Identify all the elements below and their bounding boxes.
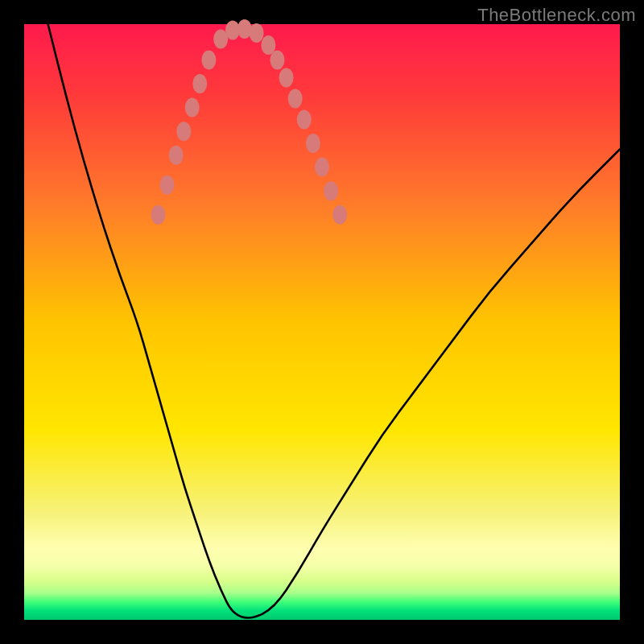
bottleneck-curve	[48, 24, 620, 618]
highlight-dot	[201, 50, 216, 69]
highlight-dot	[288, 89, 303, 109]
plot-area	[24, 24, 620, 620]
chart-frame: TheBottleneck.com	[0, 0, 644, 644]
highlight-dot	[332, 205, 347, 225]
highlight-dot	[297, 109, 312, 129]
highlight-dot	[151, 205, 166, 225]
highlight-dot	[250, 23, 264, 43]
highlight-dot	[324, 181, 338, 200]
highlight-dot	[169, 146, 184, 165]
highlight-dot	[315, 158, 329, 177]
highlight-dots	[151, 19, 348, 225]
highlight-dot	[192, 74, 207, 93]
highlight-dot	[306, 134, 320, 153]
highlight-dot	[176, 122, 191, 141]
highlight-dot	[270, 50, 285, 69]
watermark-text: TheBottleneck.com	[477, 5, 636, 26]
highlight-dot	[185, 98, 200, 118]
curve-svg	[24, 24, 620, 620]
highlight-dot	[160, 175, 175, 195]
highlight-dot	[279, 68, 294, 88]
